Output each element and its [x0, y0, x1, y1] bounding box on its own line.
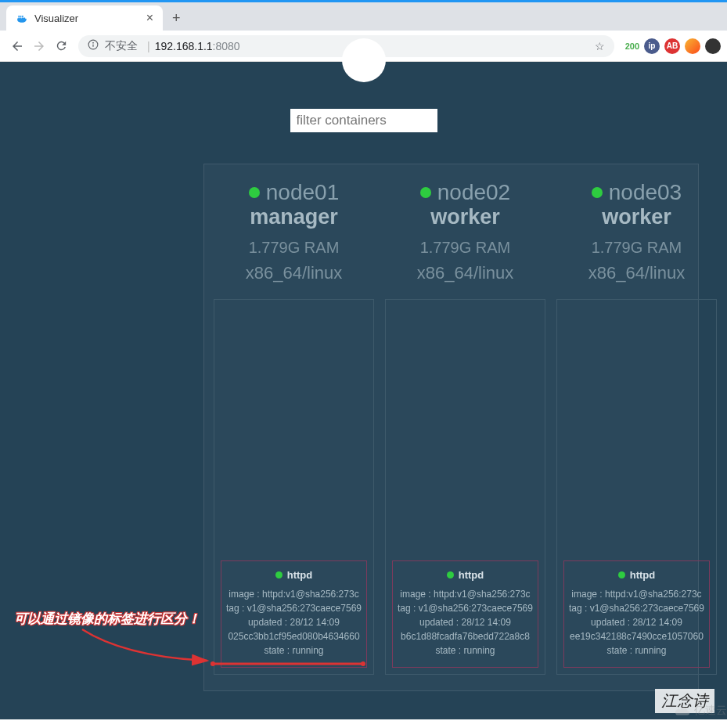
- node-header: node01 manager 1.779G RAM x86_64/linux: [214, 180, 374, 283]
- container-state: state : running: [226, 645, 362, 656]
- ext-ip-icon[interactable]: ip: [644, 38, 660, 54]
- status-dot-icon: [420, 187, 431, 198]
- status-dot-icon: [592, 187, 603, 198]
- status-dot-icon: [447, 571, 454, 578]
- container-updated: updated : 28/12 14:09: [398, 617, 533, 628]
- reload-button[interactable]: [50, 35, 72, 57]
- back-button[interactable]: [6, 35, 28, 57]
- tab-title: Visualizer: [34, 13, 140, 24]
- node-role: worker: [556, 205, 717, 229]
- node-box: httpd image : httpd:v1@sha256:273c tag :…: [385, 299, 545, 675]
- browser-tab[interactable]: Visualizer ×: [6, 5, 163, 31]
- ext-firefox-icon[interactable]: [685, 38, 700, 54]
- node-box: httpd image : httpd:v1@sha256:273c tag :…: [556, 299, 717, 675]
- node-ram: 1.779G RAM: [385, 239, 545, 257]
- extension-icons: 200 ip AB: [621, 38, 721, 54]
- tab-favicon: [16, 12, 28, 24]
- container-tag: tag : v1@sha256:273caece7569: [226, 603, 362, 614]
- filter-input[interactable]: [290, 109, 437, 132]
- container-id: ee19c342188c7490cce1057060: [569, 631, 704, 642]
- container-updated: updated : 28/12 14:09: [226, 617, 362, 628]
- node-role: worker: [385, 205, 545, 229]
- url-port: :8080: [213, 40, 240, 52]
- filter-bar: [0, 109, 727, 132]
- container-image: image : httpd:v1@sha256:273c: [569, 589, 704, 600]
- status-dot-icon: [249, 187, 260, 198]
- node-arch: x86_64/linux: [556, 263, 717, 283]
- insecure-label: 不安全: [105, 39, 138, 53]
- container-card[interactable]: httpd image : httpd:v1@sha256:273c tag :…: [221, 560, 367, 668]
- nodes-container: node01 manager 1.779G RAM x86_64/linux h…: [203, 164, 699, 691]
- visualizer-page: node01 manager 1.779G RAM x86_64/linux h…: [0, 62, 727, 719]
- node-ram: 1.779G RAM: [214, 239, 374, 257]
- node-ram: 1.779G RAM: [556, 239, 717, 257]
- container-id: b6c1d88fcadfa76bedd722a8c8: [398, 631, 533, 642]
- ext-adblock-icon[interactable]: AB: [664, 38, 680, 54]
- container-name: httpd: [447, 569, 484, 581]
- container-image: image : httpd:v1@sha256:273c: [226, 589, 362, 600]
- container-tag: tag : v1@sha256:273caece7569: [398, 603, 533, 614]
- url-separator: |: [147, 40, 150, 52]
- ext-misc-icon[interactable]: [705, 38, 721, 54]
- container-name: httpd: [618, 569, 655, 581]
- node-name: node01: [249, 180, 339, 205]
- node-name: node03: [592, 180, 682, 205]
- container-tag: tag : v1@sha256:273caece7569: [569, 603, 704, 614]
- container-name: httpd: [275, 569, 312, 581]
- container-updated: updated : 28/12 14:09: [569, 617, 704, 628]
- container-state: state : running: [569, 645, 704, 656]
- node-name: node02: [420, 180, 510, 205]
- bookmark-star-icon[interactable]: ☆: [595, 40, 605, 52]
- node-header: node02 worker 1.779G RAM x86_64/linux: [385, 180, 545, 283]
- watermark-logo: 亿速云: [674, 704, 727, 718]
- node-column-node01: node01 manager 1.779G RAM x86_64/linux h…: [214, 180, 374, 675]
- container-state: state : running: [398, 645, 533, 656]
- container-id: 025cc3bb1cf95ed080b4634660: [226, 631, 362, 642]
- new-tab-button[interactable]: +: [163, 5, 190, 31]
- node-role: manager: [214, 205, 374, 229]
- tab-bar: Visualizer × +: [0, 2, 727, 31]
- container-card[interactable]: httpd image : httpd:v1@sha256:273c tag :…: [392, 560, 538, 668]
- node-column-node02: node02 worker 1.779G RAM x86_64/linux ht…: [385, 180, 545, 675]
- node-arch: x86_64/linux: [214, 263, 374, 283]
- annotation-arrow-icon: [78, 625, 219, 672]
- node-box: httpd image : httpd:v1@sha256:273c tag :…: [214, 299, 374, 675]
- status-dot-icon: [618, 571, 625, 578]
- node-arch: x86_64/linux: [385, 263, 545, 283]
- container-card[interactable]: httpd image : httpd:v1@sha256:273c tag :…: [563, 560, 710, 668]
- container-image: image : httpd:v1@sha256:273c: [398, 589, 533, 600]
- tab-close-icon[interactable]: ×: [146, 11, 153, 25]
- url-host: 192.168.1.1: [155, 40, 213, 52]
- annotation-text: 可以通过镜像的标签进行区分！: [14, 610, 200, 628]
- site-info-icon[interactable]: [88, 39, 99, 52]
- ext-status-badge[interactable]: 200: [625, 41, 639, 51]
- node-header: node03 worker 1.779G RAM x86_64/linux: [556, 180, 717, 283]
- status-dot-icon: [275, 571, 283, 578]
- docker-logo: [342, 38, 386, 82]
- forward-button[interactable]: [28, 35, 50, 57]
- node-column-node03: node03 worker 1.779G RAM x86_64/linux ht…: [556, 180, 717, 675]
